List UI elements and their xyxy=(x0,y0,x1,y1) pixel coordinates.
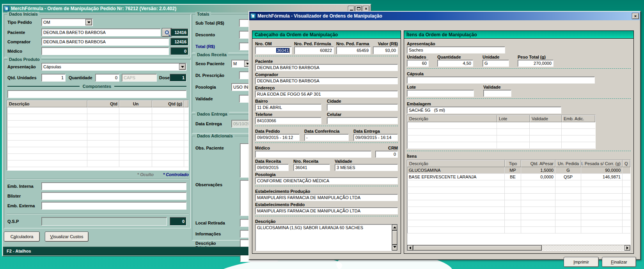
nro-ped-farma-field[interactable]: 65459 xyxy=(336,46,371,54)
capsula-field[interactable] xyxy=(407,77,595,84)
table-row xyxy=(7,121,188,127)
estab-pedido-field[interactable]: MANIPULARIS FARMACIA DE MANIPULAÇÃO LTDA xyxy=(255,207,398,214)
divider xyxy=(255,56,398,56)
scroll-left-icon[interactable] xyxy=(407,245,413,251)
viewer-window: MerchFórmula - Visualizador de Ordens de… xyxy=(248,11,641,260)
embalagem-table-header: Descrição Lote Validade Emb. Adic. xyxy=(407,115,595,122)
scroll-down-icon[interactable] xyxy=(392,245,397,251)
qtd-unidades-input[interactable]: 1 xyxy=(41,74,66,82)
table-row xyxy=(7,141,188,147)
celular-label: Celular xyxy=(327,112,398,117)
medico-field[interactable] xyxy=(255,151,371,158)
chevron-down-icon[interactable] xyxy=(179,64,186,70)
qtd-unidades-label: Qtd. Unidades xyxy=(7,75,37,80)
componentes-table[interactable]: Descrição Qtd Un Qtd (g) xyxy=(7,100,189,171)
lote-field[interactable] xyxy=(407,90,474,97)
imprimir-button[interactable]: Imprimir xyxy=(564,257,599,267)
data-receita-field[interactable]: 09/09/2015 xyxy=(255,164,289,171)
data-conferencia-field[interactable]: - xyxy=(304,134,349,141)
itens-panel-header: Ítens da Ordem de Manipulação xyxy=(404,31,633,39)
table-row xyxy=(407,207,630,214)
data-pedido-field[interactable]: 09/09/2015 - 16:12 xyxy=(255,134,300,141)
emb-externa-input[interactable] xyxy=(41,202,186,210)
validade-label: Validade xyxy=(483,85,511,89)
embalagem-table[interactable]: Descrição Lote Validade Emb. Adic. xyxy=(407,115,596,149)
visualizar-custos-button[interactable]: Visualizar Custos xyxy=(45,232,89,242)
comprador-field[interactable]: DEONILDA BARETO BARBOSA xyxy=(255,77,398,84)
group-dados-iniciais: Dados Iniciais Tipo Pedido OM Paciente D… xyxy=(4,14,191,57)
celular-field[interactable] xyxy=(327,117,398,124)
nro-ped-formula-field[interactable]: 60822 xyxy=(294,46,334,54)
divider xyxy=(7,214,189,214)
apresentacao-label: Apresentação xyxy=(7,64,36,69)
cidade-field[interactable] xyxy=(327,104,398,111)
quantidade-label: Quantidade xyxy=(437,55,473,59)
total-label: Total (R$) xyxy=(195,44,215,49)
divider xyxy=(255,216,398,216)
chevron-down-icon[interactable] xyxy=(85,19,92,25)
blister-input[interactable] xyxy=(41,192,186,200)
dt-prescricao-label: Dt. Prescrição xyxy=(195,73,224,78)
table-row xyxy=(407,129,595,135)
table-row xyxy=(7,127,188,134)
componente-input[interactable] xyxy=(7,90,186,98)
endereco-field[interactable]: RUA EODA DE FOGO 56 AP 301 xyxy=(255,91,398,98)
apresentacao-field[interactable]: Saches xyxy=(407,46,505,53)
telefone-field[interactable]: 84103066 xyxy=(255,117,321,124)
unidade-field[interactable]: G xyxy=(483,60,509,67)
descricao-textarea[interactable]: GLUCOSAMINA (1,5G) SABOR LARANJA 60 SACH… xyxy=(255,224,398,251)
scroll-right-icon[interactable] xyxy=(624,245,630,251)
caps-unit-field[interactable]: CAPS xyxy=(122,74,157,82)
scrollbar-thumb[interactable] xyxy=(392,230,397,245)
close-button[interactable]: × xyxy=(632,13,639,19)
posologia-field[interactable]: CONFORME ORIENTAÇÃO MÉDICA xyxy=(255,177,398,184)
item-row[interactable]: BASE EFERVESCENTE LARANJA BE 0,0000 QSP … xyxy=(407,174,630,180)
scrollbar-thumb[interactable] xyxy=(413,245,542,251)
qsp-field xyxy=(41,217,167,226)
endereco-label: Endereço xyxy=(255,86,398,90)
quantidade-field[interactable]: 4,50 xyxy=(437,60,473,67)
table-row xyxy=(407,187,630,194)
app-icon xyxy=(4,6,9,11)
paciente-input[interactable]: DEONILDA BARETO BARBOSA xyxy=(41,29,161,36)
finalizar-button[interactable]: Finalizar xyxy=(602,257,636,267)
paciente-field[interactable]: DEONILDA BARETO BARBOSA xyxy=(255,64,398,71)
scroll-up-icon[interactable] xyxy=(392,224,397,230)
vertical-scrollbar[interactable] xyxy=(392,224,397,251)
data-entrega-label: Data Entrega xyxy=(353,129,398,134)
nro-om-field[interactable]: 36041 xyxy=(255,46,292,54)
status-text: F2 - Atalhos xyxy=(7,249,31,253)
tipo-pedido-select[interactable]: OM xyxy=(41,18,93,26)
subtotal-label: Sub Total (R$) xyxy=(195,21,224,25)
nro-receita-field[interactable]: 36041 xyxy=(293,164,330,171)
validade-label: Validade xyxy=(195,96,213,101)
crm-field[interactable]: 0 xyxy=(375,151,398,158)
medico-input[interactable] xyxy=(41,47,169,55)
divider xyxy=(255,186,398,186)
emb-interna-input[interactable] xyxy=(41,182,186,190)
bairro-field[interactable]: 11 DE ABRIL xyxy=(255,104,321,111)
viewer-titlebar[interactable]: MerchFórmula - Visualizador de Ordens de… xyxy=(249,12,640,20)
medico-label: Médico xyxy=(7,49,22,53)
itens-table[interactable]: Descrição Tipo Qtd. APesar Un. Pedida Qt… xyxy=(407,160,631,251)
unidades-field[interactable]: 60 xyxy=(407,60,429,67)
item-row[interactable]: GLUCOSAMINA MP 1,5000 G 90,0000 xyxy=(407,167,630,174)
desktop: MerchFórmula - Ordem de Manipulação Pedi… xyxy=(0,0,644,269)
capsula-label: Cápsula xyxy=(407,71,631,76)
apresentacao-select[interactable]: Cápsulas xyxy=(41,63,186,71)
desconto-label: Desconto xyxy=(195,32,215,37)
validade-field[interactable]: 3 MESES xyxy=(335,164,398,171)
validade-field[interactable] xyxy=(483,90,511,97)
valor-field[interactable]: 93,00 xyxy=(373,46,398,54)
data-entrega-field[interactable]: 09/09/2015 - 16:14 xyxy=(353,134,398,141)
comprador-input[interactable]: DEONILDA BARETO BARBOSA xyxy=(41,38,169,46)
quantidade-input[interactable]: 0 xyxy=(95,74,119,82)
horizontal-scrollbar[interactable] xyxy=(407,245,630,251)
estab-producao-field[interactable]: MANIPULARIS FARMACIA DE MANIPULAÇÃO LTDA xyxy=(255,194,398,201)
group-dados-produto: Dados Produto Apresentação Cápsulas Qtd.… xyxy=(4,59,191,228)
table-row xyxy=(407,135,595,142)
embalagem-field[interactable]: SACHÊ 5G (5 ml) xyxy=(407,107,561,114)
dose-value: 1 xyxy=(170,74,186,82)
calculadora-button[interactable]: Calculadora xyxy=(4,232,40,242)
peso-total-field[interactable]: 270,0000 xyxy=(518,60,554,67)
